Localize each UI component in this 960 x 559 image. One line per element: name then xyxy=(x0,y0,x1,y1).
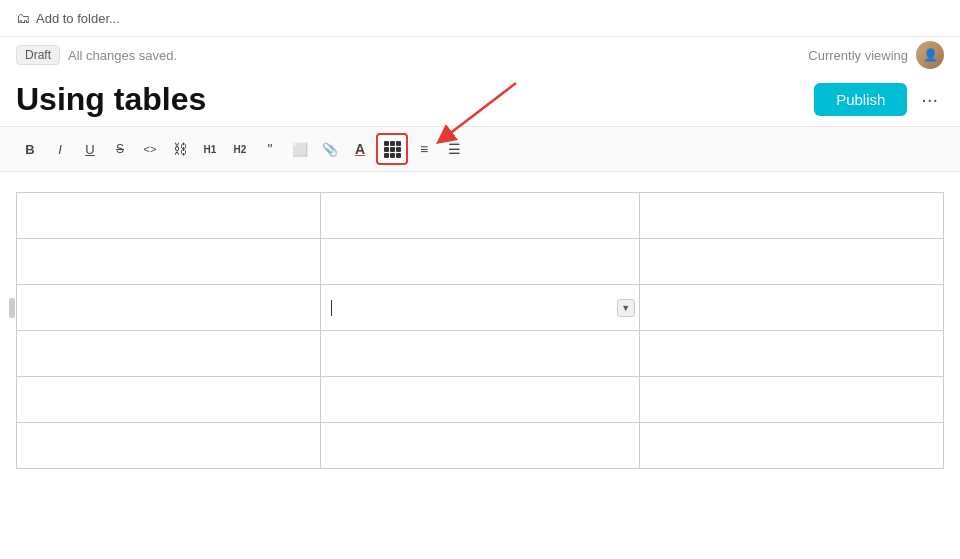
attach-button[interactable]: 📎 xyxy=(316,135,344,163)
folder-icon: 🗂 xyxy=(16,10,30,26)
align-center-button[interactable]: ≡ xyxy=(410,135,438,163)
editor-table: ▼ xyxy=(16,192,944,469)
status-right: Currently viewing 👤 xyxy=(808,41,944,69)
page-title: Using tables xyxy=(16,81,206,118)
table-row xyxy=(17,377,944,423)
table-cell[interactable] xyxy=(639,377,943,423)
table-cell[interactable] xyxy=(321,331,640,377)
table-row: ▼ xyxy=(17,285,944,331)
strikethrough-button[interactable]: S xyxy=(106,135,134,163)
saved-text: All changes saved. xyxy=(68,48,177,63)
code-button[interactable]: <> xyxy=(136,135,164,163)
table-cell[interactable] xyxy=(17,193,321,239)
table-cell[interactable] xyxy=(639,331,943,377)
table-cell[interactable] xyxy=(17,239,321,285)
table-cell[interactable] xyxy=(639,423,943,469)
text-color-button[interactable]: A xyxy=(346,135,374,163)
table-area: ▼ xyxy=(0,172,960,489)
status-left: Draft All changes saved. xyxy=(16,45,177,65)
quote-button[interactable]: " xyxy=(256,135,284,163)
table-cell[interactable] xyxy=(639,239,943,285)
underline-button[interactable]: U xyxy=(76,135,104,163)
more-options-button[interactable]: ··· xyxy=(915,84,944,115)
table-cell[interactable] xyxy=(17,377,321,423)
table-cell[interactable] xyxy=(321,193,640,239)
add-to-folder-button[interactable]: 🗂 Add to folder... xyxy=(16,10,120,26)
table-cell[interactable] xyxy=(17,331,321,377)
draft-badge: Draft xyxy=(16,45,60,65)
table-cell[interactable] xyxy=(639,193,943,239)
italic-button[interactable]: I xyxy=(46,135,74,163)
table-cell[interactable] xyxy=(321,239,640,285)
h2-button[interactable]: H2 xyxy=(226,135,254,163)
cell-dropdown-button[interactable]: ▼ xyxy=(617,299,635,317)
cursor xyxy=(331,300,332,316)
table-cell[interactable] xyxy=(321,423,640,469)
table-cell[interactable] xyxy=(17,423,321,469)
table-row xyxy=(17,193,944,239)
bold-button[interactable]: B xyxy=(16,135,44,163)
table-button[interactable] xyxy=(376,133,408,165)
table-cell[interactable] xyxy=(321,377,640,423)
add-to-folder-label: Add to folder... xyxy=(36,11,120,26)
header-row: Using tables Publish ··· xyxy=(0,73,960,126)
table-row xyxy=(17,239,944,285)
table-cell[interactable] xyxy=(639,285,943,331)
header-actions: Publish ··· xyxy=(814,83,944,116)
publish-button[interactable]: Publish xyxy=(814,83,907,116)
viewing-text: Currently viewing xyxy=(808,48,908,63)
table-cell[interactable] xyxy=(17,285,321,331)
table-grid-icon xyxy=(384,141,401,158)
toolbar: B I U S <> ⛓ H1 H2 " ⬜ 📎 A ≡ ☰ xyxy=(0,126,960,172)
top-bar: 🗂 Add to folder... xyxy=(0,0,960,37)
row-handle xyxy=(9,298,15,318)
active-table-cell[interactable]: ▼ xyxy=(321,285,640,331)
table-row xyxy=(17,331,944,377)
avatar: 👤 xyxy=(916,41,944,69)
align-justify-button[interactable]: ☰ xyxy=(440,135,468,163)
h1-button[interactable]: H1 xyxy=(196,135,224,163)
table-button-container xyxy=(376,133,408,165)
link-button[interactable]: ⛓ xyxy=(166,135,194,163)
table-row xyxy=(17,423,944,469)
status-bar: Draft All changes saved. Currently viewi… xyxy=(0,37,960,73)
image-button[interactable]: ⬜ xyxy=(286,135,314,163)
